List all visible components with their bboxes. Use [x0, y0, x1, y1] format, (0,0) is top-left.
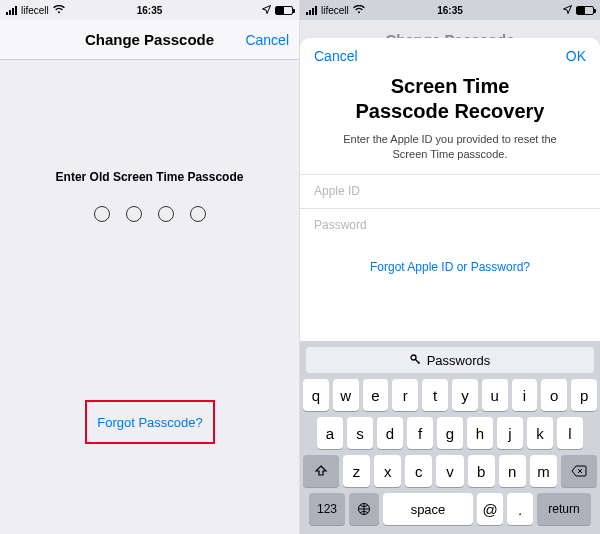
key-w[interactable]: w	[333, 379, 359, 411]
key-y[interactable]: y	[452, 379, 478, 411]
cancel-button[interactable]: Cancel	[314, 48, 358, 64]
key-f[interactable]: f	[407, 417, 433, 449]
passcode-dot	[190, 206, 206, 222]
keyboard-row-4: 123 space @ . return	[303, 493, 597, 525]
clock: 16:35	[300, 5, 600, 16]
keyboard: Passwords q w e r t y u i o p a s d f g …	[300, 341, 600, 534]
backspace-key[interactable]	[561, 455, 597, 487]
passcode-dot	[126, 206, 142, 222]
key-l[interactable]: l	[557, 417, 583, 449]
status-bar: lifecell 16:35	[0, 0, 299, 20]
key-q[interactable]: q	[303, 379, 329, 411]
key-s[interactable]: s	[347, 417, 373, 449]
screen-passcode-recovery: lifecell 16:35 Change Passcode Cancel OK…	[300, 0, 600, 534]
key-t[interactable]: t	[422, 379, 448, 411]
key-p[interactable]: p	[571, 379, 597, 411]
keyboard-row-3: z x c v b n m	[303, 455, 597, 487]
battery-icon	[576, 6, 594, 15]
key-k[interactable]: k	[527, 417, 553, 449]
passcode-prompt: Enter Old Screen Time Passcode	[0, 170, 299, 184]
key-i[interactable]: i	[512, 379, 538, 411]
forgot-apple-id-link[interactable]: Forgot Apple ID or Password?	[300, 242, 600, 286]
key-n[interactable]: n	[499, 455, 526, 487]
passwords-label: Passwords	[427, 353, 491, 368]
modal-title: Screen Time Passcode Recovery	[300, 74, 600, 132]
keyboard-row-1: q w e r t y u i o p	[303, 379, 597, 411]
passcode-dot	[158, 206, 174, 222]
nav-bar: Change Passcode Cancel	[0, 20, 299, 60]
key-a[interactable]: a	[317, 417, 343, 449]
recovery-modal: Cancel OK Screen Time Passcode Recovery …	[300, 38, 600, 534]
key-icon	[410, 353, 421, 368]
space-key[interactable]: space	[383, 493, 473, 525]
key-h[interactable]: h	[467, 417, 493, 449]
key-b[interactable]: b	[468, 455, 495, 487]
passcode-dots[interactable]	[0, 206, 299, 222]
clock: 16:35	[0, 5, 299, 16]
key-e[interactable]: e	[363, 379, 389, 411]
key-c[interactable]: c	[405, 455, 432, 487]
ok-button[interactable]: OK	[566, 48, 586, 64]
highlight-box: Forgot Passcode?	[85, 400, 215, 444]
key-m[interactable]: m	[530, 455, 557, 487]
shift-key[interactable]	[303, 455, 339, 487]
forgot-passcode-link[interactable]: Forgot Passcode?	[97, 415, 203, 430]
key-r[interactable]: r	[392, 379, 418, 411]
numbers-key[interactable]: 123	[309, 493, 345, 525]
key-d[interactable]: d	[377, 417, 403, 449]
globe-key[interactable]	[349, 493, 379, 525]
key-o[interactable]: o	[541, 379, 567, 411]
battery-icon	[275, 6, 293, 15]
apple-id-field[interactable]: Apple ID	[300, 174, 600, 208]
password-field[interactable]: Password	[300, 208, 600, 242]
passwords-autofill-bar[interactable]: Passwords	[306, 347, 594, 373]
status-bar: lifecell 16:35	[300, 0, 600, 20]
cancel-button[interactable]: Cancel	[245, 32, 289, 48]
nav-title: Change Passcode	[85, 31, 214, 48]
key-z[interactable]: z	[343, 455, 370, 487]
dot-key[interactable]: .	[507, 493, 533, 525]
key-j[interactable]: j	[497, 417, 523, 449]
key-u[interactable]: u	[482, 379, 508, 411]
key-v[interactable]: v	[436, 455, 463, 487]
modal-subtitle: Enter the Apple ID you provided to reset…	[300, 132, 600, 174]
passcode-dot	[94, 206, 110, 222]
at-key[interactable]: @	[477, 493, 503, 525]
key-x[interactable]: x	[374, 455, 401, 487]
return-key[interactable]: return	[537, 493, 591, 525]
keyboard-row-2: a s d f g h j k l	[303, 417, 597, 449]
screen-change-passcode: lifecell 16:35 Change Passcode Cancel En…	[0, 0, 300, 534]
key-g[interactable]: g	[437, 417, 463, 449]
